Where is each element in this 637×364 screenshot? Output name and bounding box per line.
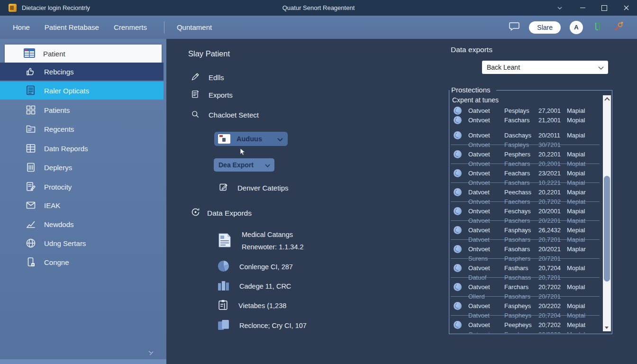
export-row[interactable]: OatvoetPesplays27,2001Mapial <box>451 106 600 115</box>
export-row[interactable]: OllerdPasohars20/7201 <box>451 291 600 301</box>
data-export-dropdown[interactable]: Dea Export <box>214 158 274 172</box>
export-row[interactable]: OntvoetFaspleys30/7201 <box>451 140 600 149</box>
menu-item-crenmerts[interactable]: Crenmerts <box>114 23 147 31</box>
export-item[interactable]: Vietabes (1,238 <box>217 299 286 312</box>
sidebar-item-regcents[interactable]: Regcents <box>0 120 164 138</box>
plugin-icon[interactable] <box>592 21 603 34</box>
data-expords-title: Data Expords <box>207 209 252 218</box>
sidebar-item-ieak[interactable]: IEAK <box>0 196 164 214</box>
export-row[interactable]: OntvoetDaschays20/2011Mapial <box>451 130 600 140</box>
export-row[interactable]: OntvoetFasohars20/2021Maplar <box>451 244 600 254</box>
action-item-chacloet-setect[interactable]: Chacloet Setect <box>191 109 259 120</box>
export-item-label: Cadege 11, CRC <box>239 280 291 292</box>
row-cell: Mapial <box>567 132 600 139</box>
back-leant-select[interactable]: Back Leant <box>482 61 608 74</box>
row-cell: Moplat <box>567 160 600 167</box>
chat-icon[interactable] <box>509 21 520 34</box>
sidebar-item-raler-opticats[interactable]: Raler Opticats <box>0 82 164 100</box>
row-cell: Ontvoet <box>468 160 504 167</box>
row-cell: Oatvoet <box>468 227 504 234</box>
maximize-icon <box>601 5 607 11</box>
row-cell: Peepheys <box>504 321 538 328</box>
titlebar-chevron-icon[interactable] <box>557 0 562 16</box>
action-item-edlls[interactable]: Edlls <box>191 72 224 83</box>
menu-item-hone[interactable]: Hone <box>13 23 30 31</box>
action-item-exports[interactable]: Exports <box>191 90 233 100</box>
export-row[interactable]: OntvoetFeachars23/2021Mopial <box>451 168 600 178</box>
scrollbar-thumb[interactable] <box>604 176 610 282</box>
sidebar-item-congne[interactable]: Congne <box>0 253 164 271</box>
scrollbar[interactable] <box>603 95 611 331</box>
avatar[interactable]: A <box>570 21 583 34</box>
row-cell: Ollerd <box>468 293 504 300</box>
row-cell: Datuof <box>468 274 504 281</box>
row-cell: Faechers <box>504 198 538 205</box>
export-item-text: Medical CatangsRenewoter: 1.1.34.2 <box>242 228 304 253</box>
list-header: Cxpent at tunes <box>452 96 499 104</box>
sidebar-item-label: IEAK <box>44 201 60 209</box>
export-item[interactable]: Medical CatangsRenewoter: 1.1.34.2 <box>217 228 304 253</box>
row-cell: 20;7202 <box>538 283 567 291</box>
sidebar-item-newdods[interactable]: Newdods <box>0 215 164 233</box>
sidebar-item-protocity[interactable]: Protocity <box>0 178 164 196</box>
maximize-button[interactable] <box>593 0 615 16</box>
export-row[interactable]: OatvoetFasphays26,2432Mepial <box>451 225 600 235</box>
export-item[interactable]: Cadege 11, CRC <box>217 280 291 293</box>
sidebar: PatientRebcingsRaler OpticatsPatientsReg… <box>0 39 166 359</box>
row-cell: Paspheys <box>504 312 538 319</box>
export-row[interactable]: OatvoetPesphers20,2201Mapial <box>451 149 600 159</box>
sidebar-item-deplerys[interactable]: Deplerys <box>0 158 164 176</box>
export-row[interactable]: OatvoetFarchars20;7202Moplal <box>451 282 600 291</box>
export-row[interactable]: DatvoetPasohars20,7201Mapial <box>451 235 600 244</box>
export-row[interactable]: OatvoetFaspheys20/2202Mopial <box>451 301 600 310</box>
menu-item-quntament[interactable]: Quntament <box>177 23 212 31</box>
row-cell: Pasphers <box>504 255 538 262</box>
export-item-text: Vietabes (1,238 <box>238 300 286 312</box>
scroll-down-icon[interactable] <box>605 327 609 329</box>
auduus-dropdown[interactable]: Auduus <box>214 132 288 146</box>
export-row[interactable]: OntvoetFaechers20,7202Meplat <box>451 197 600 206</box>
export-row[interactable]: OatvoetPeepheys20;7202Meplat <box>451 320 600 329</box>
export-row[interactable]: OntvoetFaschars21,2001Mopial <box>451 115 600 125</box>
export-row[interactable]: OatvoetFasthars20,7204Moplal <box>451 263 600 273</box>
sidebar-item-rebcings[interactable]: Rebcings <box>0 63 164 81</box>
globe-icon <box>454 207 462 215</box>
export-row[interactable]: OntvoetFeschays20/2001Mapial <box>451 206 600 216</box>
action-item-label: Exports <box>209 91 233 99</box>
row-cell: Oatvoet <box>468 217 504 224</box>
export-item[interactable]: Conlenge CI, 287 <box>217 260 293 274</box>
export-item-label: Conlenge CI, 287 <box>239 261 293 273</box>
export-row[interactable]: DatvoetPaspheys20;7204Moptal <box>451 310 600 320</box>
close-button[interactable] <box>615 0 637 16</box>
export-row[interactable]: DatuofPaschass20,7201 <box>451 273 600 282</box>
share-button[interactable]: Slare <box>529 21 561 34</box>
globe-icon <box>454 116 462 124</box>
row-cell: Moptal <box>567 312 600 319</box>
row-cell: 20,2001 <box>538 160 567 167</box>
export-row[interactable]: DatvoetPeechass20,2201Mapiar <box>451 187 600 197</box>
export-row[interactable]: OntvoetFaechars20,2001Moplat <box>451 159 600 168</box>
sidebar-collapse-icon[interactable] <box>148 349 154 357</box>
row-cell: Surens <box>468 255 504 262</box>
sidebar-item-label: Protocity <box>44 183 72 191</box>
sidebar-item-patient[interactable]: Patient <box>5 45 162 63</box>
sidebar-item-udng-sertars[interactable]: Udng Sertars <box>0 234 164 252</box>
export-item-text: Reclonce; Cry CI, 107 <box>239 319 307 332</box>
export-row[interactable]: OatvoetFaschars20/2003Maplal <box>451 329 600 333</box>
main-menubar: HonePatient RetabaseCrenmerts Quntament … <box>0 16 637 39</box>
export-item[interactable]: Reclonce; Cry CI, 107 <box>217 319 307 332</box>
sidebar-item-label: Newdods <box>44 220 74 228</box>
key-icon[interactable] <box>612 21 625 34</box>
sidebar-item-datn-repords[interactable]: Datn Repords <box>0 139 164 157</box>
menu-item-patient-retabase[interactable]: Patient Retabase <box>45 23 99 31</box>
sidebar-item-patients[interactable]: Patients <box>0 101 164 119</box>
app-icon <box>9 4 17 12</box>
export-row[interactable]: SurensPasphers20/7201 <box>451 254 600 263</box>
denver-catetips-item[interactable]: Denver Catetips <box>218 182 289 194</box>
minimize-button[interactable] <box>572 0 593 16</box>
export-row[interactable]: OntvoetFaschars10,2221Mapial <box>451 178 600 187</box>
prostections-label: Prostections <box>449 85 496 95</box>
export-row[interactable]: OatvoetPaschers20/2201Mapiat <box>451 216 600 225</box>
scroll-up-icon[interactable] <box>604 97 610 102</box>
globe-icon <box>454 302 462 310</box>
